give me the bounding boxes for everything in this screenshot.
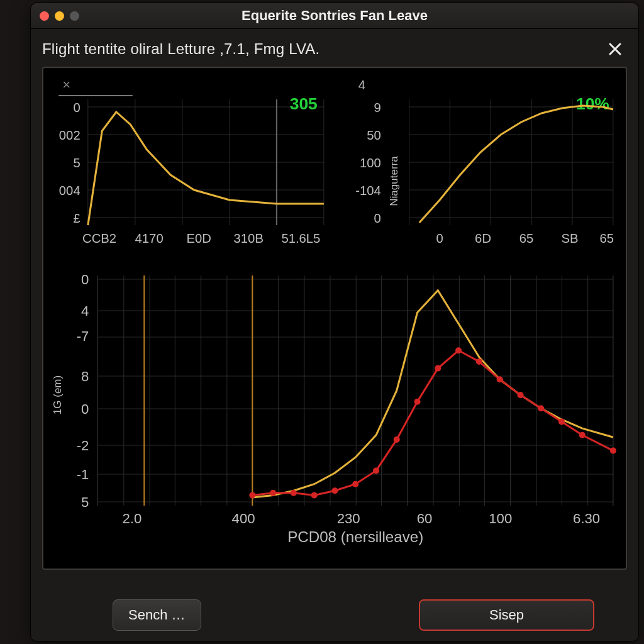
svg-point-96 bbox=[558, 419, 565, 425]
svg-text:-104: -104 bbox=[355, 184, 381, 197]
svg-point-85 bbox=[331, 487, 338, 494]
plot-container: × 0 002 5 004 £ bbox=[42, 67, 627, 570]
svg-text:0: 0 bbox=[81, 401, 89, 417]
svg-point-98 bbox=[610, 448, 616, 454]
chart-top-left: × 0 002 5 004 £ bbox=[50, 74, 330, 257]
svg-text:£: £ bbox=[73, 211, 80, 225]
sench-button[interactable]: Sench … bbox=[113, 599, 201, 631]
chart-bottom: 0 4 -7 8 0 -2 -1 5 1G (em) bbox=[50, 263, 619, 546]
ylabel-b: 1G (em) bbox=[52, 375, 64, 414]
badge-tr: 10% bbox=[576, 94, 609, 113]
svg-point-87 bbox=[373, 467, 379, 474]
minimize-traffic-icon[interactable] bbox=[55, 11, 64, 21]
svg-text:-1: -1 bbox=[77, 467, 89, 482]
traffic-lights bbox=[40, 11, 79, 21]
svg-point-97 bbox=[579, 432, 586, 438]
subheader-text: Flight tentite oliral Letture ,7.1, Fmg … bbox=[42, 40, 319, 58]
svg-point-95 bbox=[538, 405, 544, 411]
chart-top-right: 4 9 50 100 -104 0 Niaguterra bbox=[339, 74, 619, 257]
xlabel-b: PCD08 (nersilleave) bbox=[287, 528, 423, 545]
xticks-tr: 0 6D 65 SB 65 bbox=[436, 231, 614, 245]
svg-text:51.6L5: 51.6L5 bbox=[281, 231, 320, 245]
svg-text:65: 65 bbox=[599, 231, 614, 245]
svg-point-82 bbox=[270, 490, 276, 496]
svg-text:2.0: 2.0 bbox=[122, 511, 142, 526]
svg-point-94 bbox=[517, 392, 523, 398]
badge-tl: 305 bbox=[290, 94, 318, 113]
svg-point-90 bbox=[435, 365, 441, 372]
svg-point-81 bbox=[249, 492, 255, 498]
svg-point-92 bbox=[476, 358, 482, 365]
svg-text:65: 65 bbox=[519, 231, 534, 245]
subheader: Flight tentite oliral Letture ,7.1, Fmg … bbox=[31, 29, 638, 67]
yticks-tl: 0 002 5 004 £ bbox=[59, 101, 80, 225]
svg-text:230: 230 bbox=[337, 511, 360, 526]
svg-text:SB: SB bbox=[561, 231, 578, 245]
svg-text:400: 400 bbox=[232, 511, 255, 526]
svg-text:-2: -2 bbox=[77, 438, 89, 453]
series-bottom-yellow bbox=[252, 291, 613, 497]
svg-point-88 bbox=[394, 436, 400, 443]
ylabel-tr: Niaguterra bbox=[388, 156, 400, 206]
sisep-button[interactable]: Sisep bbox=[419, 599, 594, 631]
svg-text:004: 004 bbox=[59, 184, 80, 197]
svg-point-83 bbox=[291, 490, 297, 496]
svg-text:0: 0 bbox=[436, 231, 443, 245]
svg-text:310B: 310B bbox=[234, 231, 264, 245]
svg-text:5: 5 bbox=[73, 156, 80, 170]
svg-text:-7: -7 bbox=[77, 328, 89, 344]
svg-text:0: 0 bbox=[374, 211, 381, 225]
zoom-traffic-icon[interactable] bbox=[70, 11, 79, 21]
titlebar: Equerite Sontries Fan Leave bbox=[31, 3, 638, 29]
svg-text:6.30: 6.30 bbox=[573, 511, 600, 526]
app-window: Equerite Sontries Fan Leave Flight tenti… bbox=[30, 3, 639, 641]
footer: Sench … Sisep bbox=[31, 599, 638, 631]
svg-text:5: 5 bbox=[81, 494, 89, 510]
svg-text:6D: 6D bbox=[475, 231, 491, 245]
svg-text:9: 9 bbox=[374, 101, 381, 114]
svg-text:100: 100 bbox=[489, 511, 512, 526]
xticks-tl: CCB2 4170 E0D 310B 51.6L5 bbox=[82, 231, 320, 245]
close-icon[interactable] bbox=[607, 41, 623, 57]
svg-text:002: 002 bbox=[59, 128, 80, 142]
svg-text:0: 0 bbox=[73, 101, 80, 114]
corner-mark: × bbox=[62, 77, 70, 92]
yticks-tr: 9 50 100 -104 0 bbox=[355, 101, 381, 225]
svg-point-93 bbox=[497, 376, 503, 382]
svg-text:E0D: E0D bbox=[186, 231, 211, 245]
svg-text:100: 100 bbox=[360, 156, 381, 170]
svg-point-84 bbox=[311, 492, 318, 498]
svg-text:8: 8 bbox=[81, 369, 89, 384]
svg-text:CCB2: CCB2 bbox=[82, 231, 116, 245]
series-tr bbox=[419, 106, 613, 223]
xticks-b: 2.0 400 230 60 100 6.30 bbox=[122, 511, 600, 526]
svg-point-91 bbox=[455, 347, 462, 353]
svg-point-89 bbox=[414, 399, 421, 405]
svg-text:50: 50 bbox=[367, 128, 381, 142]
window-title: Equerite Sontries Fan Leave bbox=[31, 8, 638, 24]
svg-text:4170: 4170 bbox=[135, 231, 164, 245]
svg-text:4: 4 bbox=[81, 303, 89, 319]
svg-text:0: 0 bbox=[81, 272, 89, 287]
top-label-tr: 4 bbox=[358, 78, 365, 92]
svg-text:60: 60 bbox=[417, 511, 433, 526]
series-tl bbox=[88, 112, 324, 225]
close-traffic-icon[interactable] bbox=[40, 11, 49, 21]
svg-point-86 bbox=[352, 481, 358, 487]
yticks-b: 0 4 -7 8 0 -2 -1 5 bbox=[77, 272, 89, 510]
